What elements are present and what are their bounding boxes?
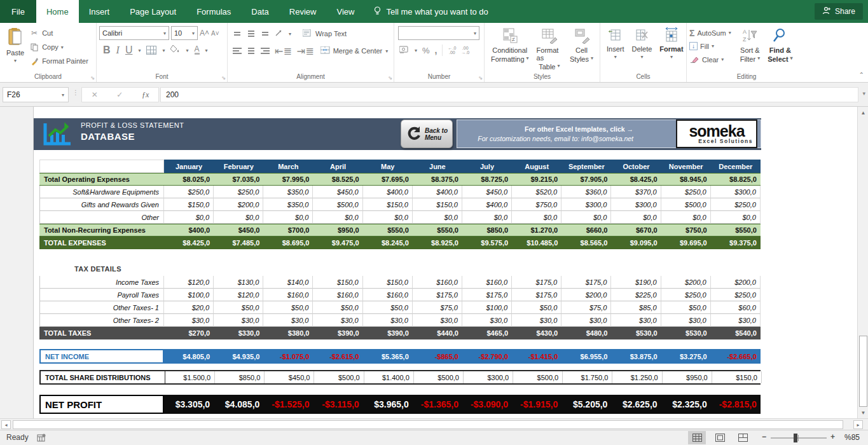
month-header-january[interactable]: January	[164, 160, 214, 173]
month-header-march[interactable]: March	[263, 160, 313, 173]
cell[interactable]: $250,0	[711, 198, 761, 211]
cell[interactable]: $3.965,0	[363, 395, 413, 414]
macro-record-icon[interactable]	[37, 434, 46, 444]
autosum-button[interactable]: ΣAutoSum▾	[689, 26, 731, 39]
cell[interactable]: $7.485,0	[214, 236, 263, 249]
cell[interactable]: $150,0	[164, 198, 214, 211]
cell[interactable]: $850,0	[215, 371, 265, 383]
normal-view-button[interactable]	[688, 431, 706, 444]
month-header-november[interactable]: November	[661, 160, 711, 173]
cell[interactable]: $400,0	[413, 186, 462, 198]
cell[interactable]: $2.325,0	[661, 395, 711, 414]
borders-caret-icon[interactable]: ▾	[162, 48, 165, 53]
cell[interactable]: $75,0	[561, 301, 611, 314]
cell[interactable]: $1.400,0	[364, 371, 414, 383]
formula-bar-expand-icon[interactable]: ▾	[862, 90, 865, 97]
percent-style-icon[interactable]: %	[422, 46, 430, 55]
collapse-ribbon-icon[interactable]: ⌃	[859, 71, 864, 78]
row-label[interactable]: Gifts and Rewards Given	[39, 198, 164, 211]
month-header-september[interactable]: September	[561, 160, 611, 173]
cell[interactable]: $190,0	[611, 276, 661, 289]
share-button[interactable]: Share	[815, 3, 863, 20]
cell[interactable]: $300,0	[611, 198, 661, 211]
orientation-caret-icon[interactable]: ▾	[289, 31, 291, 37]
cell[interactable]: $8.825,0	[711, 174, 761, 185]
cell[interactable]: $200,0	[214, 198, 263, 211]
cell[interactable]: $530,0	[611, 327, 661, 339]
cut-button[interactable]: ✂Cut	[29, 26, 88, 40]
scroll-left-icon[interactable]: ◂	[1, 420, 11, 429]
promo-line1[interactable]: For other Excel templates, click →	[525, 125, 633, 133]
row-label[interactable]: Income Taxes	[39, 276, 164, 289]
cell[interactable]: $7.995,0	[263, 174, 313, 185]
sort-filter-button[interactable]: AZ Sort & Filter▾	[736, 26, 764, 66]
cell[interactable]: $500,0	[313, 198, 362, 211]
cell[interactable]: $200,0	[561, 289, 611, 301]
cell[interactable]: $400,0	[462, 198, 512, 211]
accounting-caret-icon[interactable]: ▾	[415, 48, 417, 53]
cell[interactable]: $30,0	[313, 314, 362, 327]
month-header-april[interactable]: April	[313, 160, 362, 173]
decrease-indent-icon[interactable]: ⇤≣	[275, 45, 292, 57]
cell[interactable]: $150,0	[413, 198, 462, 211]
scroll-right-icon[interactable]: ▸	[853, 420, 863, 429]
clear-button[interactable]: Clear▾	[689, 53, 731, 66]
cell[interactable]: $250,0	[164, 186, 214, 198]
row-label[interactable]: Total Operating Expenses	[39, 174, 164, 185]
cell[interactable]: $30,0	[413, 314, 462, 327]
scroll-down-icon[interactable]: ▼	[858, 407, 868, 418]
scroll-up-icon[interactable]: ▲	[858, 107, 868, 118]
cell[interactable]: $4.935,0	[214, 349, 263, 364]
fill-button[interactable]: ↓Fill▾	[689, 39, 731, 53]
align-right-icon[interactable]	[261, 46, 270, 55]
cell[interactable]: -$2.665,0	[711, 349, 761, 364]
name-box[interactable]: F26▾	[3, 87, 69, 102]
tab-page-layout[interactable]: Page Layout	[120, 0, 186, 23]
zoom-slider-track[interactable]	[771, 437, 827, 439]
cell[interactable]: $0,0	[561, 211, 611, 224]
cell[interactable]: $250,0	[661, 186, 711, 198]
cell[interactable]: $150,0	[313, 276, 362, 289]
corner-cell[interactable]	[39, 160, 164, 173]
cell[interactable]: -$1.915,0	[512, 395, 561, 414]
cell[interactable]: $8.425,0	[164, 236, 214, 249]
increase-decimal-icon[interactable]: ←.0.00	[448, 46, 456, 55]
cell[interactable]: $8.025,0	[164, 174, 214, 185]
row-label[interactable]: Other Taxes- 1	[39, 301, 164, 314]
month-header-july[interactable]: July	[462, 160, 512, 173]
cell[interactable]: $440,0	[413, 327, 462, 339]
cell[interactable]: $500,0	[314, 371, 364, 383]
cell[interactable]: -$865,0	[413, 349, 462, 364]
cell[interactable]: $8.525,0	[313, 174, 362, 185]
cell[interactable]: $10.485,0	[512, 236, 561, 249]
align-center-icon[interactable]	[247, 46, 256, 55]
cell[interactable]: $140,0	[263, 276, 313, 289]
cell[interactable]: $0,0	[263, 211, 313, 224]
vertical-scroll-thumb[interactable]	[859, 336, 867, 407]
fill-color-caret-icon[interactable]: ▾	[186, 48, 188, 53]
cell[interactable]: $450,0	[214, 224, 263, 236]
insert-function-icon[interactable]: ƒx	[142, 90, 149, 100]
merge-center-button[interactable]: Merge & Center ▾	[320, 46, 389, 55]
cell[interactable]: $3.875,0	[611, 349, 661, 364]
cell[interactable]: $60,0	[711, 301, 761, 314]
row-label[interactable]: TOTAL EXPENSES	[39, 236, 164, 249]
cell[interactable]: -$3.090,0	[462, 395, 512, 414]
row-label[interactable]: Soft&Hardware Equipments	[39, 186, 164, 198]
cell[interactable]: $520,0	[512, 186, 561, 198]
cell[interactable]: $500,0	[414, 371, 464, 383]
row-label[interactable]: NET INCOME	[39, 349, 164, 364]
cell[interactable]: $85,0	[611, 301, 661, 314]
zoom-percentage[interactable]: %85	[844, 433, 860, 442]
cell[interactable]: $8.375,0	[413, 174, 462, 185]
cell[interactable]: $9.575,0	[462, 236, 512, 249]
back-to-menu-button[interactable]: Back toMenu	[401, 120, 453, 148]
cell[interactable]: -$2.615,0	[313, 349, 362, 364]
increase-indent-icon[interactable]: ⇥≣	[297, 45, 314, 57]
cell[interactable]: -$1.525,0	[263, 395, 313, 414]
cell[interactable]: $8.245,0	[363, 236, 413, 249]
month-header-december[interactable]: December	[711, 160, 761, 173]
cell[interactable]: $380,0	[263, 327, 313, 339]
cell[interactable]: $250,0	[711, 289, 761, 301]
row-label[interactable]: TOTAL TAXES	[39, 327, 164, 339]
